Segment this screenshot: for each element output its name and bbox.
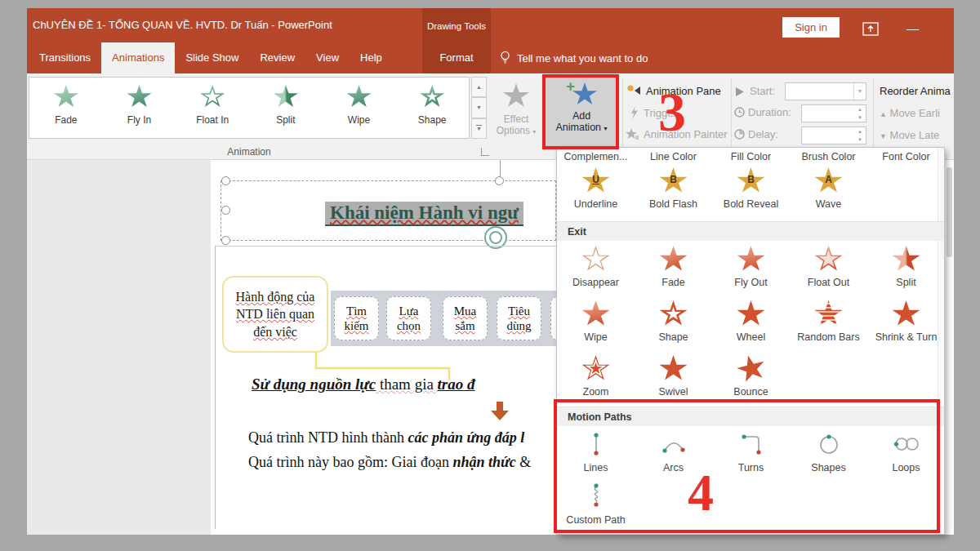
dialog-launcher-icon[interactable] bbox=[481, 148, 489, 156]
gallery-item-fade[interactable]: Fade bbox=[29, 78, 103, 138]
process-box-lua-chon[interactable]: Lựa chọn bbox=[386, 296, 431, 340]
bold-flash-star-icon: B bbox=[660, 167, 688, 194]
annotation-box-step3 bbox=[542, 74, 619, 149]
menu-item-fill-color[interactable]: Fill Color bbox=[712, 151, 790, 162]
menu-item-bounce[interactable]: Bounce bbox=[712, 355, 790, 398]
menu-item-wave[interactable]: A Wave bbox=[790, 167, 867, 210]
effect-options-label: Effect bbox=[504, 113, 528, 125]
gallery-item-float-in[interactable]: Float In bbox=[176, 78, 249, 138]
selection-handle[interactable] bbox=[221, 236, 230, 245]
shape-star-icon bbox=[420, 85, 444, 109]
spinner-arrows[interactable]: ▲▼ bbox=[854, 105, 866, 122]
menu-item-label: Split bbox=[896, 277, 915, 288]
contextual-group-label: Drawing Tools bbox=[422, 21, 491, 31]
tab-view[interactable]: View bbox=[305, 42, 350, 73]
menu-item-brush-color[interactable]: Brush Color bbox=[790, 151, 867, 162]
tab-transitions[interactable]: Transitions bbox=[29, 42, 101, 73]
menu-item-fly-out[interactable]: Fly Out bbox=[712, 246, 790, 288]
para2-plain: Quá trình này bao gồm: Giai đoạn bbox=[248, 454, 452, 470]
gallery-expand-button[interactable]: ▼ bbox=[471, 118, 487, 139]
underline-star-icon: U bbox=[582, 167, 610, 194]
usage-line[interactable]: Sử dụng nguồn lực tham gia trao đ bbox=[252, 375, 475, 393]
effect-options-button[interactable]: Effect Options ▾ bbox=[490, 78, 542, 150]
slide-scrollbar[interactable] bbox=[947, 167, 952, 257]
random-bars-star-icon bbox=[815, 300, 843, 327]
menu-item-swivel[interactable]: ↻ Swivel bbox=[635, 355, 712, 398]
annotation-number-3: 3 bbox=[658, 84, 686, 140]
fade-star-icon bbox=[54, 85, 78, 109]
gallery-item-label: Wipe bbox=[348, 114, 370, 126]
menu-item-split-exit[interactable]: Split bbox=[867, 246, 945, 288]
gallery-scroll-up-button[interactable]: ▲ bbox=[471, 77, 487, 97]
delay-clock-icon bbox=[734, 129, 745, 140]
menu-item-wheel[interactable]: Wheel bbox=[712, 300, 790, 343]
paragraph-2[interactable]: Quá trình này bao gồm: Giai đoạn nhận th… bbox=[248, 454, 531, 471]
menu-item-fade-exit[interactable]: Fade bbox=[635, 246, 712, 288]
ribbon-display-options-icon[interactable] bbox=[862, 22, 879, 36]
exit-row-3: Zoom ↻ Swivel Bounce bbox=[557, 355, 945, 398]
menu-item-shape-exit[interactable]: Shape bbox=[635, 300, 712, 343]
group-divider bbox=[731, 78, 732, 149]
slide-title[interactable]: Khái niệm Hành vi ngư bbox=[325, 202, 523, 226]
gallery-item-fly-in[interactable]: Fly In bbox=[103, 78, 176, 138]
selection-handle[interactable] bbox=[495, 176, 504, 185]
down-arrow-head bbox=[491, 411, 509, 420]
start-label: Start: bbox=[750, 85, 775, 97]
bounce-star-icon bbox=[734, 352, 768, 384]
paragraph-1[interactable]: Quá trình NTD hình thành các phản ứng đá… bbox=[248, 429, 524, 447]
gallery-scroll-down-button[interactable]: ▼ bbox=[471, 97, 487, 118]
menu-item-font-color[interactable]: Font Color bbox=[867, 151, 945, 162]
process-box-mua-sam[interactable]: Mua sắm bbox=[443, 296, 488, 340]
move-later-button[interactable]: ▼ Move Late bbox=[880, 129, 953, 141]
menu-item-random-bars[interactable]: Random Bars bbox=[790, 300, 867, 343]
process-box-tim-kiem[interactable]: Tìm kiếm bbox=[334, 296, 379, 340]
duration-label: Duration: bbox=[748, 106, 791, 118]
sign-in-button[interactable]: Sign in bbox=[782, 17, 840, 38]
lead-textbox[interactable]: Hành động của NTD liên quan đến việc bbox=[222, 276, 328, 353]
minimize-button[interactable]: — bbox=[906, 21, 919, 35]
menu-item-disappear[interactable]: Disappear bbox=[557, 246, 635, 288]
menu-item-bold-reveal[interactable]: B Bold Reveal bbox=[712, 167, 790, 210]
menu-item-underline[interactable]: U Underline bbox=[557, 167, 635, 210]
menu-item-label: Underline bbox=[574, 198, 618, 210]
move-earlier-button[interactable]: ▲ Move Earli bbox=[880, 107, 953, 119]
menu-item-label: Random Bars bbox=[797, 331, 859, 343]
tell-me-box[interactable]: Tell me what you want to do bbox=[500, 42, 648, 73]
tab-help[interactable]: Help bbox=[350, 42, 393, 73]
delay-label: Delay: bbox=[748, 128, 778, 140]
selection-handle[interactable] bbox=[221, 206, 230, 215]
menu-item-label: Bold Flash bbox=[649, 198, 697, 210]
up-triangle-icon: ▲ bbox=[880, 110, 887, 118]
gallery-item-label: Float In bbox=[196, 114, 229, 126]
gallery-item-wipe[interactable]: Wipe bbox=[323, 78, 396, 138]
duration-clock-icon bbox=[734, 107, 745, 118]
split-star-icon bbox=[274, 85, 298, 109]
chevron-down-icon[interactable]: ▼ bbox=[853, 83, 866, 100]
gallery-item-shape[interactable]: Shape bbox=[395, 78, 469, 138]
menu-item-float-out[interactable]: Float Out bbox=[790, 246, 867, 288]
menu-item-wipe-exit[interactable]: Wipe bbox=[557, 300, 635, 343]
wave-star-icon: A bbox=[815, 167, 843, 194]
para1-plain: Quá trình NTD hình thành bbox=[248, 429, 408, 446]
process-box-tieu-dung[interactable]: Tiêu dùng bbox=[497, 296, 541, 340]
delay-input[interactable]: ▲▼ bbox=[801, 127, 866, 144]
tab-slide-show[interactable]: Slide Show bbox=[175, 42, 249, 73]
duration-input[interactable]: ▲▼ bbox=[801, 104, 866, 122]
tab-review[interactable]: Review bbox=[249, 42, 305, 73]
start-combobox[interactable]: ▼ bbox=[785, 82, 866, 100]
menu-item-zoom-exit[interactable]: Zoom bbox=[557, 355, 635, 398]
menu-item-line-color[interactable]: Line Color bbox=[635, 151, 712, 162]
selection-handle[interactable] bbox=[221, 176, 230, 185]
emphasis-row: U Underline B Bold Flash B Bold Reveal A… bbox=[557, 167, 945, 210]
tab-format[interactable]: Format bbox=[422, 42, 491, 73]
menu-item-complementary-color[interactable]: Complemen... bbox=[557, 151, 635, 162]
animation-gallery: Fade Fly In Float In Split Wipe Shape bbox=[29, 77, 470, 139]
menu-item-shrink-and-turn[interactable]: ★ Shrink & Turn bbox=[867, 300, 945, 343]
process-box-text: Lựa chọn bbox=[391, 304, 427, 333]
tab-animations[interactable]: Animations bbox=[101, 42, 175, 73]
menu-item-bold-flash[interactable]: B Bold Flash bbox=[635, 167, 712, 210]
menu-item-label: Wave bbox=[816, 198, 842, 210]
gallery-item-split[interactable]: Split bbox=[249, 78, 323, 138]
spinner-arrows[interactable]: ▲▼ bbox=[854, 127, 866, 144]
fly-in-star-icon bbox=[127, 85, 152, 109]
